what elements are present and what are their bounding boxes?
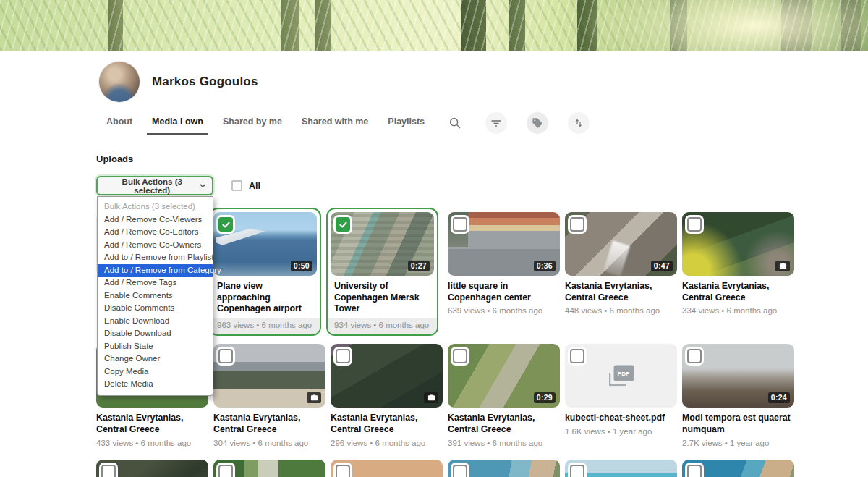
media-checkbox[interactable] [453, 465, 467, 477]
media-title[interactable]: Kastania Evrytanias, Central Greece [213, 413, 326, 435]
media-thumbnail[interactable] [682, 212, 794, 276]
media-title[interactable]: University of Copenhagen Mærsk Tower [331, 281, 434, 315]
avatar[interactable] [99, 62, 140, 102]
media-thumbnail[interactable]: 0:29 [448, 344, 560, 408]
media-thumbnail[interactable] [213, 460, 326, 477]
menu-item-change-owner[interactable]: Change Owner [98, 353, 213, 366]
media-checkbox[interactable] [687, 465, 702, 477]
media-title[interactable]: Kastania Evrytanias, Central Greece [448, 413, 560, 435]
uploads-heading: Uploads [96, 153, 868, 164]
media-card[interactable] [448, 460, 560, 477]
duration-badge: 0:24 [768, 392, 790, 403]
sort-icon[interactable] [568, 112, 590, 134]
menu-item-add-remove-category[interactable]: Add to / Remove from Category [98, 264, 213, 277]
media-checkbox[interactable] [336, 349, 350, 363]
media-thumbnail[interactable] [682, 460, 794, 477]
profile-tabs: About Media I own Shared by me Shared wi… [106, 112, 868, 140]
media-checkbox[interactable] [101, 465, 116, 477]
duration-badge: 0:36 [534, 261, 556, 271]
menu-item-add-remove-tags[interactable]: Add / Remove Tags [98, 277, 213, 290]
menu-item-disable-comments[interactable]: Disable Comments [98, 302, 213, 315]
media-thumbnail[interactable] [213, 344, 326, 408]
media-checkbox[interactable] [336, 465, 350, 477]
media-card[interactable] [331, 460, 443, 477]
media-card[interactable] [213, 460, 326, 477]
media-card[interactable] [565, 460, 677, 477]
duration-badge: 0:29 [534, 392, 556, 403]
media-title[interactable]: kubectl-cheat-sheet.pdf [565, 413, 677, 424]
tab-about[interactable]: About [106, 117, 132, 135]
media-card[interactable]: 0:24 Modi tempora est quaerat numquam 2.… [682, 344, 794, 447]
media-thumbnail[interactable] [331, 460, 443, 477]
media-thumbnail[interactable]: 0:27 [331, 212, 434, 276]
media-views: 296 views • 6 months ago [331, 439, 443, 447]
tab-shared-by-me[interactable]: Shared by me [223, 117, 282, 135]
media-card[interactable]: 0:27 University of Copenhagen Mærsk Towe… [326, 208, 438, 336]
media-checkbox[interactable] [453, 217, 467, 232]
menu-item-add-remove-co-editors[interactable]: Add / Remove Co-Editors [98, 226, 213, 239]
bulk-actions-dropdown: Bulk Actions (3 selected) Bulk Actions (… [96, 176, 213, 195]
media-title[interactable]: Kastania Evrytanias, Central Greece [682, 281, 794, 303]
media-checkbox[interactable] [453, 349, 467, 363]
media-thumbnail[interactable]: 0:47 [565, 212, 677, 276]
media-title[interactable]: Kastania Evrytanias, Central Greece [331, 413, 443, 435]
media-card[interactable]: Kastania Evrytanias, Central Greece 334 … [682, 212, 794, 332]
media-checkbox[interactable] [570, 217, 584, 232]
camera-icon [307, 392, 321, 403]
media-thumbnail[interactable] [448, 460, 560, 477]
media-card[interactable] [682, 460, 794, 477]
media-card[interactable] [96, 460, 208, 477]
media-checkbox[interactable] [687, 349, 702, 363]
media-checkbox[interactable] [570, 349, 584, 363]
media-thumbnail[interactable]: 0:36 [448, 212, 560, 276]
menu-item-enable-comments[interactable]: Enable Comments [98, 290, 213, 303]
search-icon[interactable] [444, 112, 466, 134]
media-card[interactable]: 0:36 little square in Copenhagen center … [448, 212, 560, 332]
media-card[interactable]: Kastania Evrytanias, Central Greece 296 … [331, 344, 443, 447]
media-card[interactable]: PDF kubectl-cheat-sheet.pdf 1.6K views •… [565, 344, 677, 447]
media-thumbnail[interactable]: 0:24 [682, 344, 794, 408]
media-thumbnail[interactable]: 0:50 [213, 212, 317, 276]
channel-banner [0, 0, 868, 51]
media-card[interactable]: 0:50 Plane view approaching Copenhagen a… [209, 208, 321, 336]
media-title[interactable]: little square in Copenhagen center [448, 281, 560, 303]
media-title[interactable]: Kastania Evrytanias, Central Greece [565, 281, 677, 303]
media-checkbox[interactable] [687, 217, 702, 232]
media-thumbnail[interactable] [565, 460, 677, 477]
media-card[interactable]: 0:29 Kastania Evrytanias, Central Greece… [448, 344, 560, 447]
media-checkbox[interactable] [218, 349, 233, 363]
menu-item-enable-download[interactable]: Enable Download [98, 315, 213, 328]
menu-item-add-remove-co-viewers[interactable]: Add / Remove Co-Viewers [98, 214, 213, 227]
tab-media-i-own[interactable]: Media I own [147, 117, 208, 135]
bulk-actions-select[interactable]: Bulk Actions (3 selected) [96, 176, 213, 195]
media-checkbox[interactable] [570, 465, 584, 477]
filter-icon[interactable] [485, 112, 507, 134]
menu-item-disable-download[interactable]: Disable Download [98, 327, 213, 340]
select-all-checkbox[interactable] [231, 180, 242, 191]
checkmark-icon [339, 220, 348, 229]
menu-item-add-remove-playlist[interactable]: Add to / Remove from Playlist [98, 251, 213, 264]
media-views: 934 views • 6 months ago [328, 318, 437, 334]
media-thumbnail[interactable] [331, 344, 443, 408]
media-title[interactable]: Plane view approaching Copenhagen airpor… [213, 281, 317, 315]
media-checkbox-checked[interactable] [218, 217, 233, 232]
menu-item-delete-media[interactable]: Delete Media [98, 378, 213, 391]
tab-playlists[interactable]: Playlists [388, 117, 425, 135]
media-card[interactable]: Kastania Evrytanias, Central Greece 304 … [213, 344, 326, 447]
menu-item-copy-media[interactable]: Copy Media [98, 366, 213, 379]
bulk-actions-selected-value: Bulk Actions (3 selected) [105, 177, 199, 195]
tag-icon[interactable] [527, 112, 548, 134]
media-checkbox[interactable] [218, 465, 233, 477]
duration-badge: 0:27 [408, 261, 430, 271]
select-all[interactable]: All [231, 180, 260, 191]
media-checkbox-checked[interactable] [336, 217, 350, 232]
tab-shared-with-me[interactable]: Shared with me [302, 117, 368, 135]
media-title[interactable]: Kastania Evrytanias, Central Greece [96, 413, 208, 435]
menu-item-publish-state[interactable]: Publish State [98, 340, 213, 353]
media-thumbnail[interactable] [96, 460, 208, 477]
chevron-down-icon [199, 182, 207, 190]
media-title[interactable]: Modi tempora est quaerat numquam [682, 413, 794, 435]
media-card[interactable]: 0:47 Kastania Evrytanias, Central Greece… [565, 212, 677, 332]
media-thumbnail[interactable]: PDF [565, 344, 677, 408]
menu-item-add-remove-co-owners[interactable]: Add / Remove Co-Owners [98, 239, 213, 252]
